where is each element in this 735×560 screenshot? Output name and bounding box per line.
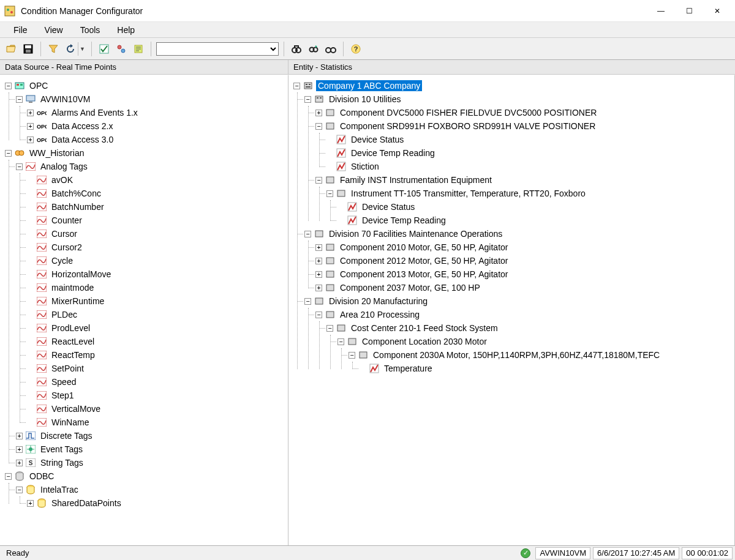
tree-item-tag[interactable]: Cursor2	[50, 242, 84, 253]
tree-item-server[interactable]: AVWIN10VM	[39, 94, 92, 105]
tree-item-tag[interactable]: Speed	[50, 376, 78, 387]
tree-item-tag[interactable]: avOK	[50, 174, 75, 185]
tree-item-instrument[interactable]: Instrument TT-105 Transmitter, Temperatu…	[349, 188, 587, 199]
tree-item-tag[interactable]: Cursor	[50, 228, 79, 239]
tree-item-component[interactable]: Component 2010 Motor, GE, 50 HP, Agitato…	[338, 242, 510, 253]
tree-toggle[interactable]: −	[304, 298, 311, 305]
tree-item-historian[interactable]: WW_Historian	[28, 147, 86, 159]
tree-toggle[interactable]: +	[16, 446, 23, 453]
tree-item-intelatrac[interactable]: IntelaTrac	[39, 484, 80, 495]
tree-toggle[interactable]: −	[16, 96, 23, 103]
tree-toggle[interactable]: −	[16, 487, 23, 493]
tree-toggle[interactable]: +	[27, 136, 34, 143]
tree-toggle[interactable]: +	[315, 271, 322, 278]
tree-toggle[interactable]: +	[27, 500, 34, 507]
tree-item-tag[interactable]: MixerRuntime	[50, 296, 106, 307]
tree-item-component[interactable]: Component 2013 Motor, GE, 50 HP, Agitato…	[338, 269, 510, 280]
close-button[interactable]: ✕	[703, 2, 731, 20]
tool2-button[interactable]	[131, 42, 146, 56]
tree-item-division10[interactable]: Division 10 Utilities	[327, 94, 402, 105]
menu-tools[interactable]: Tools	[72, 23, 109, 37]
tree-item-company[interactable]: Company 1 ABC Company	[316, 80, 422, 91]
tree-item-event[interactable]: Event Tags	[39, 444, 85, 455]
tree-toggle[interactable]: −	[337, 338, 344, 345]
find-next-button[interactable]	[306, 42, 321, 56]
tree-toggle[interactable]: +	[315, 258, 322, 264]
maximize-button[interactable]: ☐	[675, 2, 703, 20]
tree-item-stat[interactable]: Device Status	[360, 201, 417, 212]
tree-toggle[interactable]: −	[315, 312, 322, 318]
tree-item-stat[interactable]: Device Temp Reading	[360, 215, 448, 226]
tree-item-stat[interactable]: Temperature	[382, 363, 434, 374]
tree-item-stat[interactable]: Device Status	[349, 134, 405, 145]
tree-item-area[interactable]: Area 210 Processing	[338, 309, 421, 320]
tree-item-tag[interactable]: VerticalMove	[50, 403, 102, 414]
tree-toggle[interactable]: −	[16, 163, 23, 170]
help-button[interactable]: ?	[349, 42, 363, 56]
filter-button[interactable]	[46, 42, 61, 56]
tree-item-discrete[interactable]: Discrete Tags	[39, 430, 94, 441]
tree-item-tag[interactable]: WinName	[50, 417, 91, 428]
tree-item-string[interactable]: String Tags	[39, 457, 85, 468]
refresh-button[interactable]	[63, 42, 78, 56]
tree-item-division20[interactable]: Division 20 Manufacturing	[327, 296, 429, 307]
tree-toggle[interactable]: +	[16, 460, 23, 466]
tree-toggle[interactable]: −	[293, 83, 300, 89]
left-tree-pane[interactable]: −OPC −AVWIN10VM +OPCAlarms And Events 1.…	[0, 75, 288, 545]
tree-toggle[interactable]: +	[27, 123, 34, 130]
tree-item-tag[interactable]: ProdLevel	[50, 323, 92, 334]
refresh-dropdown[interactable]: ▼	[78, 42, 86, 56]
tree-item-tag[interactable]: Batch%Conc	[50, 188, 103, 199]
tree-item-tag[interactable]: maintmode	[50, 282, 96, 293]
tree-item-alarms[interactable]: Alarms And Events 1.x	[50, 107, 140, 118]
tree-item-odbc[interactable]: ODBC	[28, 471, 56, 482]
save-button[interactable]	[21, 42, 36, 56]
tree-toggle[interactable]: −	[304, 96, 311, 103]
tree-item-component[interactable]: Component 2012 Motor, GE, 50 HP, Agitato…	[338, 255, 510, 266]
tree-toggle[interactable]: +	[315, 110, 322, 116]
tree-item-tag[interactable]: Step1	[50, 390, 76, 401]
tree-toggle[interactable]: −	[315, 123, 322, 130]
tree-item-tag[interactable]: HorizontalMove	[50, 269, 113, 280]
tree-item-costcenter[interactable]: Cost Center 210-1 Feed Stock System	[349, 323, 500, 334]
tree-item-component[interactable]: Component DVC5000 FISHER FIELDVUE DVC500…	[338, 107, 598, 118]
tree-toggle[interactable]: −	[326, 190, 333, 197]
tree-item-shared[interactable]: SharedDataPoints	[50, 498, 123, 509]
tree-item-tag[interactable]: Counter	[50, 215, 84, 226]
tree-item-component[interactable]: Component 2030A Motor, 150HP,1140RPM,3PH…	[371, 349, 662, 360]
tree-item-stat[interactable]: Stiction	[349, 161, 381, 172]
tree-item-division70[interactable]: Division 70 Facilities Maintenance Opera…	[327, 228, 504, 239]
tree-item-stat[interactable]: Device Temp Reading	[349, 147, 437, 159]
check-button[interactable]	[97, 42, 111, 56]
tree-item-da2[interactable]: Data Access 2.x	[50, 121, 115, 132]
tree-toggle[interactable]: −	[5, 83, 12, 89]
menu-help[interactable]: Help	[108, 23, 143, 37]
tree-toggle[interactable]: −	[5, 150, 12, 157]
tree-item-analog[interactable]: Analog Tags	[39, 161, 89, 172]
tree-toggle[interactable]: +	[315, 244, 322, 251]
tree-item-component[interactable]: Component SRD991H FOXBORO SRD991H VALVE …	[338, 121, 597, 132]
tree-item-tag[interactable]: Cycle	[50, 255, 75, 266]
tree-toggle[interactable]: −	[304, 231, 311, 237]
minimize-button[interactable]: —	[647, 2, 675, 20]
tree-item-tag[interactable]: BatchNumber	[50, 201, 106, 212]
search-combo[interactable]	[156, 42, 279, 56]
tree-item-family[interactable]: Family INST Instrumentation Equipment	[338, 174, 494, 185]
tree-item-opc[interactable]: OPC	[28, 80, 50, 91]
find-button[interactable]	[289, 42, 304, 56]
tool1-button[interactable]	[114, 42, 129, 56]
tree-toggle[interactable]: −	[315, 177, 322, 184]
open-button[interactable]	[4, 42, 18, 56]
tree-toggle[interactable]: −	[349, 352, 355, 359]
tree-item-tag[interactable]: ReactLevel	[50, 336, 96, 347]
right-tree-pane[interactable]: −Company 1 ABC Company −Division 10 Util…	[288, 75, 735, 545]
tree-toggle[interactable]: +	[16, 433, 23, 439]
tree-item-tag[interactable]: PLDec	[50, 309, 79, 320]
tree-toggle[interactable]: −	[326, 325, 333, 332]
tree-item-tag[interactable]: SetPoint	[50, 363, 86, 374]
tree-toggle[interactable]: +	[315, 285, 322, 291]
tree-item-tag[interactable]: ReactTemp	[50, 349, 97, 360]
menu-view[interactable]: View	[36, 23, 72, 37]
find-all-button[interactable]	[323, 42, 338, 56]
menu-file[interactable]: File	[5, 23, 36, 37]
